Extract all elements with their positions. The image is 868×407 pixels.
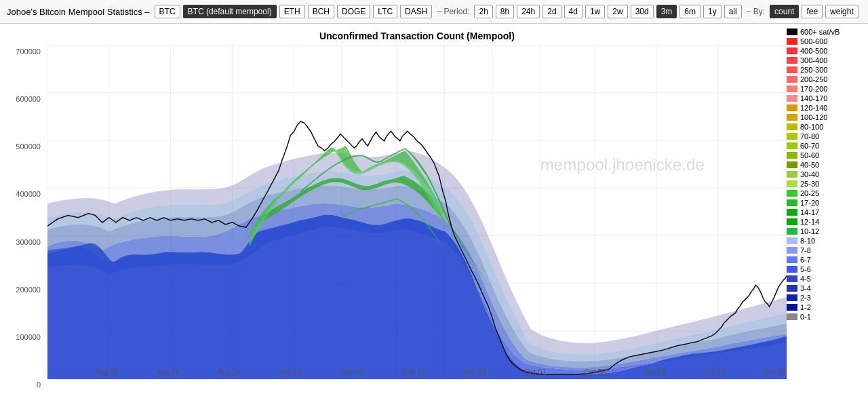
legend-color-swatch [787,66,797,73]
legend-color-swatch [787,285,797,292]
period-3m[interactable]: 3m [656,5,677,18]
legend-color-swatch [787,228,797,235]
x-axis-labels: Aug 08 Aug 16 Aug 24 Sep 01 Sep 08 Sep 1… [95,368,787,376]
legend-color-swatch [787,85,797,92]
coin-btn-btc-default[interactable]: BTC (default mempool) [183,5,277,18]
legend-label: 0-1 [800,313,811,321]
legend-color-swatch [787,256,797,263]
legend-item: 170-200 [787,85,865,93]
legend-color-swatch [787,313,797,320]
period-2d[interactable]: 2d [542,5,561,18]
legend-color-swatch [787,104,797,111]
legend-label: 200-250 [800,75,827,83]
legend-item: 6-7 [787,256,865,264]
period-1y[interactable]: 1y [703,5,722,18]
y-axis-labels: 700000 600000 500000 400000 300000 20000… [0,47,44,389]
legend-color-swatch [787,57,797,64]
legend-item: 500-600 [787,37,865,45]
legend-item: 3-4 [787,284,865,292]
legend-color-swatch [787,161,797,168]
period-2h[interactable]: 2h [474,5,492,18]
legend-label: 70-80 [800,132,819,140]
legend-item: 1-2 [787,303,865,311]
legend-item: 8-10 [787,237,865,245]
period-6m[interactable]: 6m [679,5,701,18]
legend-label: 140-170 [800,94,827,102]
legend-label: 40-50 [800,161,819,169]
legend-item: 80-100 [787,123,865,131]
legend-color-swatch [787,133,797,140]
legend-color-swatch [787,95,797,102]
legend-label: 170-200 [800,85,827,93]
legend-label: 3-4 [800,284,811,292]
legend-color-swatch [787,171,797,178]
legend-label: 10-12 [800,227,819,235]
legend-label: 2-3 [800,294,811,302]
page-title: Johoe's Bitcoin Mempool Statistics – [7,7,150,17]
period-24h[interactable]: 24h [517,5,540,18]
legend-color-swatch [787,209,797,216]
legend-color-swatch [787,199,797,206]
period-30d[interactable]: 30d [631,5,654,18]
coin-btn-btc[interactable]: BTC [155,5,180,18]
period-4d[interactable]: 4d [564,5,583,18]
legend-item: 140-170 [787,94,865,102]
period-2w[interactable]: 2w [608,5,627,18]
by-count[interactable]: count [770,5,799,18]
legend-color-swatch [787,152,797,159]
legend-label: 120-140 [800,104,827,112]
legend-color-swatch [787,180,797,187]
legend-item: 40-50 [787,161,865,169]
legend-label: 14-17 [800,208,819,216]
by-fee[interactable]: fee [802,5,823,18]
period-8h[interactable]: 8h [496,5,514,18]
legend-item: 50-60 [787,151,865,159]
legend-item: 12-14 [787,218,865,226]
chart-container: mempool.jhoenicke.de Aug 08 Aug 16 Aug 2… [47,45,787,379]
legend-item: 14-17 [787,208,865,216]
coin-btn-bch[interactable]: BCH [308,5,334,18]
legend-label: 12-14 [800,218,819,226]
legend-color-swatch [787,266,797,273]
period-all[interactable]: all [724,5,742,18]
legend-label: 250-300 [800,66,827,74]
legend-item: 120-140 [787,104,865,112]
legend-item: 2-3 [787,294,865,302]
legend-item: 250-300 [787,66,865,74]
legend-color-swatch [787,294,797,301]
coin-btn-dash[interactable]: DASH [400,5,432,18]
legend-color-swatch [787,142,797,149]
legend-label: 20-25 [800,189,819,197]
legend-color-swatch [787,218,797,225]
legend-item: 0-1 [787,313,865,321]
by-weight[interactable]: weight [825,5,859,18]
coin-btn-doge[interactable]: DOGE [337,5,370,18]
legend-label: 1-2 [800,303,811,311]
legend: 600+ sat/vB500-600400-500300-400250-3002… [787,24,868,402]
legend-color-swatch [787,47,797,54]
legend-item: 60-70 [787,142,865,150]
legend-item: 100-120 [787,113,865,121]
legend-item: 10-12 [787,227,865,235]
by-separator: – By: [747,7,765,16]
legend-label: 80-100 [800,123,823,131]
svg-text:mempool.jhoenicke.de: mempool.jhoenicke.de [540,155,705,174]
chart-svg: mempool.jhoenicke.de [47,45,787,379]
period-separator: – Period: [437,7,469,16]
legend-label: 600+ sat/vB [800,28,840,36]
legend-item: 200-250 [787,75,865,83]
legend-item: 300-400 [787,56,865,64]
coin-btn-eth[interactable]: ETH [279,5,305,18]
legend-label: 17-20 [800,199,819,207]
period-1w[interactable]: 1w [585,5,605,18]
legend-label: 300-400 [800,56,827,64]
coin-btn-ltc[interactable]: LTC [373,5,397,18]
legend-color-swatch [787,76,797,83]
legend-color-swatch [787,114,797,121]
legend-label: 6-7 [800,256,811,264]
legend-item: 17-20 [787,199,865,207]
legend-color-swatch [787,237,797,244]
legend-color-swatch [787,190,797,197]
legend-color-swatch [787,275,797,282]
legend-item: 30-40 [787,170,865,178]
